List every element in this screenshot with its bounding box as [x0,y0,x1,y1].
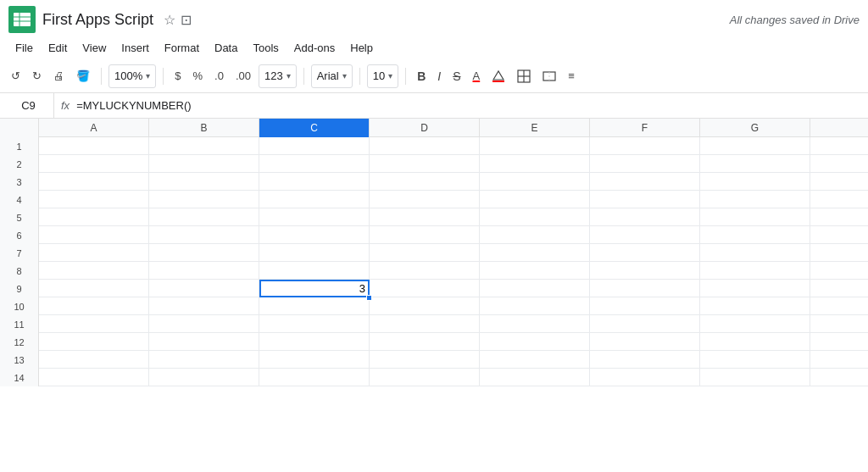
cell-A13[interactable] [39,351,149,369]
cell-A3[interactable] [39,173,149,191]
menu-help[interactable]: Help [343,39,380,57]
cell-F6[interactable] [590,226,700,244]
cell-E9[interactable] [480,280,590,297]
cell-D7[interactable] [370,244,480,262]
cell-D14[interactable] [370,369,480,386]
menu-format[interactable]: Format [158,39,206,57]
cell-E12[interactable] [480,333,590,351]
menu-data[interactable]: Data [208,39,244,57]
row-header-11[interactable]: 11 [0,315,39,333]
col-header-G[interactable]: G [700,119,810,137]
cell-E7[interactable] [480,244,590,262]
cell-G9[interactable] [700,280,810,297]
cell-A5[interactable] [39,208,149,226]
cell-E8[interactable] [480,262,590,280]
cell-D3[interactable] [370,173,480,191]
cell-C2[interactable] [259,155,370,173]
cell-B7[interactable] [149,244,259,262]
menu-addons[interactable]: Add-ons [287,39,342,57]
row-header-6[interactable]: 6 [0,226,39,244]
cell-D8[interactable] [370,262,480,280]
cell-E2[interactable] [480,155,590,173]
row-header-14[interactable]: 14 [0,369,39,386]
cell-C13[interactable] [259,351,370,369]
cell-B3[interactable] [149,173,259,191]
cell-E4[interactable] [480,191,590,208]
strikethrough-button[interactable]: S [448,64,465,88]
cell-G2[interactable] [700,155,810,173]
fill-color-button[interactable] [487,64,509,88]
row-header-2[interactable]: 2 [0,155,39,173]
row-header-1[interactable]: 1 [0,137,39,155]
row-header-3[interactable]: 3 [0,173,39,191]
cell-B12[interactable] [149,333,259,351]
cell-D13[interactable] [370,351,480,369]
col-header-E[interactable]: E [480,119,590,137]
more-options-button[interactable]: ≡ [564,64,579,88]
cell-B11[interactable] [149,315,259,333]
cell-A7[interactable] [39,244,149,262]
italic-button[interactable]: I [433,64,445,88]
cell-C3[interactable] [259,173,370,191]
cell-E11[interactable] [480,315,590,333]
star-icon[interactable]: ☆ [164,12,175,28]
cell-B10[interactable] [149,297,259,315]
decimal-down-button[interactable]: .0 [210,64,228,88]
col-header-B[interactable]: B [149,119,259,137]
menu-view[interactable]: View [75,39,113,57]
cell-F9[interactable] [590,280,700,297]
cell-A6[interactable] [39,226,149,244]
cell-B8[interactable] [149,262,259,280]
cell-E1[interactable] [480,137,590,155]
col-header-A[interactable]: A [39,119,149,137]
cell-F13[interactable] [590,351,700,369]
undo-button[interactable]: ↺ [7,64,25,88]
cell-name-box[interactable]: C9 [3,93,54,118]
cell-F1[interactable] [590,137,700,155]
cell-D4[interactable] [370,191,480,208]
cell-D1[interactable] [370,137,480,155]
cell-F7[interactable] [590,244,700,262]
cell-C5[interactable] [259,208,370,226]
cell-B13[interactable] [149,351,259,369]
cell-B4[interactable] [149,191,259,208]
cell-F4[interactable] [590,191,700,208]
percent-button[interactable]: % [188,64,207,88]
cell-A12[interactable] [39,333,149,351]
cell-D12[interactable] [370,333,480,351]
cell-E10[interactable] [480,297,590,315]
cell-E13[interactable] [480,351,590,369]
menu-file[interactable]: File [8,39,40,57]
row-header-5[interactable]: 5 [0,208,39,226]
cell-A14[interactable] [39,369,149,386]
zoom-select[interactable]: 100% ▾ [108,64,156,88]
bold-button[interactable]: B [413,64,430,88]
cell-D2[interactable] [370,155,480,173]
cell-F2[interactable] [590,155,700,173]
cell-G10[interactable] [700,297,810,315]
row-header-7[interactable]: 7 [0,244,39,262]
cell-B6[interactable] [149,226,259,244]
cell-E3[interactable] [480,173,590,191]
cell-A9[interactable] [39,280,149,297]
cell-F12[interactable] [590,333,700,351]
cell-F10[interactable] [590,297,700,315]
menu-tools[interactable]: Tools [246,39,285,57]
font-select[interactable]: Arial ▾ [311,64,353,88]
cell-C11[interactable] [259,315,370,333]
row-header-13[interactable]: 13 [0,351,39,369]
cell-A1[interactable] [39,137,149,155]
cell-E14[interactable] [480,369,590,386]
cell-B2[interactable] [149,155,259,173]
menu-insert[interactable]: Insert [114,39,156,57]
cell-F3[interactable] [590,173,700,191]
borders-button[interactable] [513,64,535,88]
cell-B14[interactable] [149,369,259,386]
row-header-10[interactable]: 10 [0,297,39,315]
cell-E5[interactable] [480,208,590,226]
cell-A11[interactable] [39,315,149,333]
cell-C10[interactable] [259,297,370,315]
merge-cells-button[interactable] [538,64,560,88]
folder-icon[interactable]: ⊡ [181,12,192,28]
cell-C4[interactable] [259,191,370,208]
